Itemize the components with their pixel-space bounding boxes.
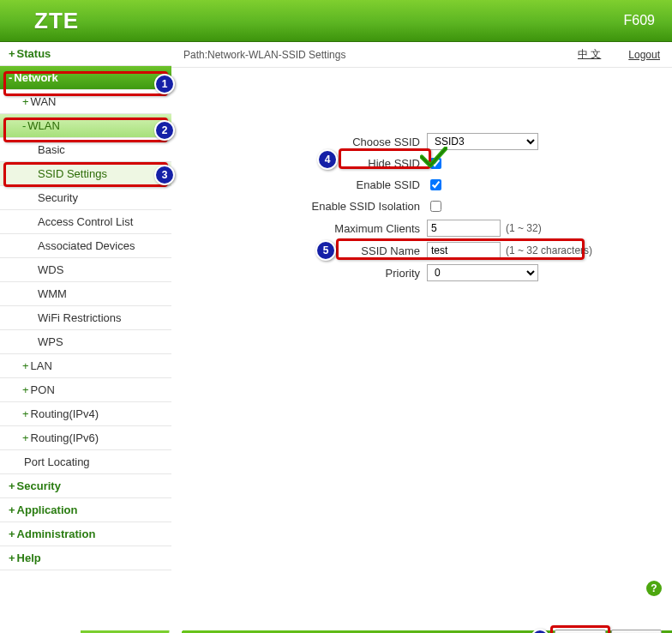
expand-icon: + [22,95,29,108]
sidebar-item-lan[interactable]: +LAN [0,354,171,378]
row-priority: Priority 0 [189,264,655,281]
sidebar-item-pon[interactable]: +PON [0,378,171,402]
sidebar-item-wmm[interactable]: WMM [0,282,171,306]
sidebar-item-port-locating[interactable]: Port Locating [0,450,171,474]
row-enable-isolation: Enable SSID Isolation [189,198,655,214]
sidebar-item-label: Network [14,71,57,84]
expand-icon: + [22,359,29,372]
expand-icon: + [9,503,15,516]
ssid-name-input[interactable] [427,242,501,259]
choose-ssid-label: Choose SSID [189,136,427,148]
enable-isolation-label: Enable SSID Isolation [189,200,427,213]
row-hide-ssid: Hide SSID [189,155,655,172]
pathbar: Path:Network-WLAN-SSID Settings 中 文 Logo… [171,42,672,68]
cancel-button[interactable]: Cancel [611,630,662,633]
sidebar-item-label: Routing(IPv6) [31,431,99,444]
collapse-icon: - [9,71,12,84]
enable-ssid-checkbox[interactable] [430,179,441,190]
enable-isolation-checkbox[interactable] [430,201,441,212]
ssid-name-hint: (1 ~ 32 characters) [506,244,592,256]
sidebar-item-label: Status [17,47,51,60]
hide-ssid-label: Hide SSID [189,157,427,170]
sidebar-item-routing-ipv6-[interactable]: +Routing(IPv6) [0,426,171,450]
content-area: Choose SSID SSID3 Hide SSID Enable SSID … [171,68,672,570]
sidebar-item-application[interactable]: +Application [0,498,171,522]
sidebar-item-label: WAN [31,95,57,108]
max-clients-label: Maximum Clients [189,222,427,235]
sidebar-item-label: Security [17,479,61,492]
layout: +Status-Network+WAN-WLANBasicSSID Settin… [0,42,672,570]
expand-icon: + [9,528,15,540]
priority-select[interactable]: 0 [427,264,538,281]
footer: 6 Submit Cancel ©2008-2019 ZTE Corporati… [0,596,672,633]
sidebar-item-label: SSID Settings [38,167,107,180]
expand-icon: + [9,47,15,60]
priority-label: Priority [189,267,427,280]
sidebar-item-label: Routing(IPv4) [31,407,99,420]
sidebar-item-network[interactable]: -Network [0,66,171,90]
expand-icon: + [9,552,15,564]
row-max-clients: Maximum Clients (1 ~ 32) [189,220,655,237]
sidebar-item-label: Port Locating [24,455,90,468]
expand-icon: + [22,407,29,420]
sidebar-item-label: WPS [38,335,63,348]
sidebar-item-label: Associated Devices [38,239,135,252]
help-icon[interactable]: ? [646,581,662,596]
sidebar: +Status-Network+WAN-WLANBasicSSID Settin… [0,42,171,570]
sidebar-item-label: Basic [38,143,65,156]
model-label: F609 [624,13,655,28]
sidebar-item-wlan[interactable]: -WLAN [0,114,171,138]
collapse-icon: - [22,119,26,132]
expand-icon: + [9,479,15,492]
enable-ssid-label: Enable SSID [189,178,427,191]
sidebar-item-label: Administration [17,528,96,540]
max-clients-hint: (1 ~ 32) [506,222,542,234]
sidebar-item-label: WiFi Restrictions [38,311,122,324]
sidebar-item-help[interactable]: +Help [0,546,171,570]
hide-ssid-checkbox[interactable] [430,158,441,169]
expand-icon: + [22,431,29,444]
sidebar-item-routing-ipv4-[interactable]: +Routing(IPv4) [0,402,171,426]
sidebar-item-status[interactable]: +Status [0,42,171,66]
expand-icon: + [22,383,29,396]
sidebar-item-wds[interactable]: WDS [0,258,171,282]
sidebar-item-wan[interactable]: +WAN [0,90,171,114]
sidebar-item-label: LAN [31,359,52,372]
sidebar-item-label: PON [31,383,55,396]
sidebar-item-label: WLAN [27,119,60,132]
sidebar-item-wps[interactable]: WPS [0,330,171,354]
logout-link[interactable]: Logout [628,49,660,61]
breadcrumb: Path:Network-WLAN-SSID Settings [183,49,550,61]
sidebar-item-associated-devices[interactable]: Associated Devices [0,234,171,258]
app-header: ZTE F609 [0,0,672,42]
sidebar-item-ssid-settings[interactable]: SSID Settings [0,162,171,186]
sidebar-item-access-control-list[interactable]: Access Control List [0,210,171,234]
sidebar-item-label: Help [17,552,41,564]
sidebar-item-label: Access Control List [38,215,133,228]
sidebar-item-label: WDS [38,263,63,276]
sidebar-item-basic[interactable]: Basic [0,138,171,162]
sidebar-item-administration[interactable]: +Administration [0,522,171,546]
max-clients-input[interactable] [427,220,501,237]
sidebar-item-security[interactable]: Security [0,186,171,210]
main: Path:Network-WLAN-SSID Settings 中 文 Logo… [171,42,672,570]
sidebar-item-label: Security [38,191,78,204]
row-enable-ssid: Enable SSID [189,177,655,193]
ssid-name-label: SSID Name [189,244,427,257]
sidebar-item-label: WMM [38,287,67,300]
annotation-badge-6: 6 [531,629,549,633]
choose-ssid-select[interactable]: SSID3 [427,133,538,150]
logo: ZTE [34,8,79,34]
submit-button[interactable]: Submit [555,630,605,633]
sidebar-item-wifi-restrictions[interactable]: WiFi Restrictions [0,306,171,330]
row-ssid-name: SSID Name (1 ~ 32 characters) [189,242,655,259]
sidebar-item-security[interactable]: +Security [0,474,171,498]
sidebar-item-label: Application [17,503,78,516]
row-choose-ssid: Choose SSID SSID3 [189,133,655,150]
language-link[interactable]: 中 文 [578,47,601,62]
